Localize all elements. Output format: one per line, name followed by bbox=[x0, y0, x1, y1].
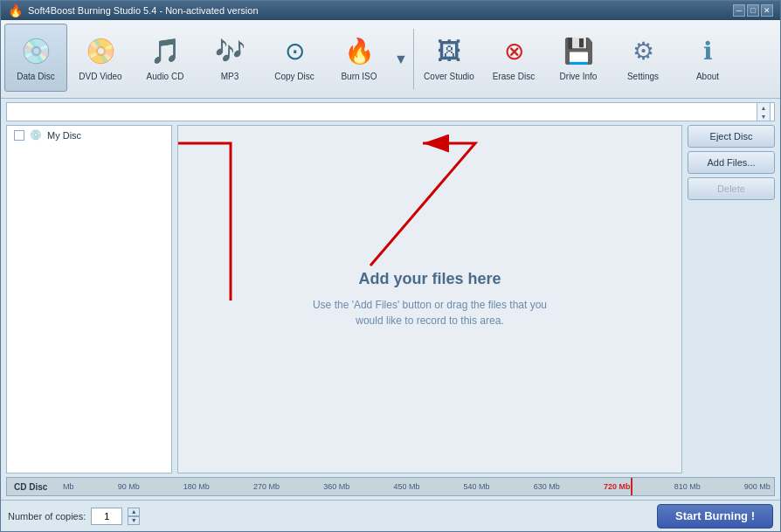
address-down-button[interactable]: ▼ bbox=[757, 112, 770, 121]
progress-red-line bbox=[631, 478, 632, 495]
title-bar-controls: ─ □ ✕ bbox=[733, 4, 773, 17]
toolbar-separator bbox=[413, 29, 414, 89]
cover-studio-icon: 🖼 bbox=[432, 33, 467, 68]
main-window: 🔥 Soft4Boost Burning Studio 5.4 - Non-ac… bbox=[0, 0, 781, 532]
marker-6: 540 Mb bbox=[464, 482, 490, 491]
toolbar-btn-audio-cd[interactable]: 🎵 Audio CD bbox=[134, 24, 197, 92]
right-panel: Eject Disc Add Files... Delete bbox=[688, 125, 775, 473]
toolbar-btn-mp3[interactable]: 🎶 MP3 bbox=[198, 24, 261, 92]
marker-5: 450 Mb bbox=[393, 482, 419, 491]
file-tree: 💿 My Disc bbox=[6, 125, 172, 473]
marker-7: 630 Mb bbox=[534, 482, 560, 491]
marker-0: Mb bbox=[63, 482, 74, 491]
bottom-bar: Number of copies: ▲ ▼ Start Burning ! bbox=[1, 500, 780, 531]
drive-info-label: Drive Info bbox=[560, 72, 598, 82]
audio-cd-label: Audio CD bbox=[147, 72, 184, 82]
tree-checkbox[interactable] bbox=[14, 130, 24, 141]
toolbar-btn-data-disc[interactable]: 💿 Data Disc bbox=[4, 24, 67, 92]
address-up-button[interactable]: ▲ bbox=[757, 103, 770, 112]
toolbar-btn-cover-studio[interactable]: 🖼 Cover Studio bbox=[418, 24, 480, 92]
tree-item-label: My Disc bbox=[47, 130, 81, 141]
settings-label: Settings bbox=[627, 72, 659, 82]
close-button[interactable]: ✕ bbox=[761, 4, 773, 17]
marker-1: 90 Mb bbox=[118, 482, 140, 491]
minimize-button[interactable]: ─ bbox=[733, 4, 745, 17]
copies-up-button[interactable]: ▲ bbox=[128, 508, 140, 516]
add-files-hint: Use the 'Add Files' button or drag the f… bbox=[299, 297, 561, 328]
toolbar-btn-copy-disc[interactable]: ⊙ Copy Disc bbox=[263, 24, 326, 92]
copies-section: Number of copies: ▲ ▼ bbox=[8, 508, 140, 525]
toolbar-btn-about[interactable]: ℹ About bbox=[676, 24, 739, 92]
copies-spinner: ▲ ▼ bbox=[128, 508, 140, 525]
marker-10: 900 Mb bbox=[744, 482, 771, 491]
about-label: About bbox=[696, 72, 719, 82]
mp3-icon: 🎶 bbox=[212, 33, 247, 68]
address-bar: ▲ ▼ bbox=[6, 102, 775, 121]
data-disc-label: Data Disc bbox=[17, 72, 54, 82]
add-files-heading: Add your files here bbox=[358, 270, 501, 288]
erase-disc-icon: ⊗ bbox=[496, 33, 531, 68]
start-burning-button[interactable]: Start Burning ! bbox=[657, 504, 773, 529]
address-spinner: ▲ ▼ bbox=[757, 102, 771, 121]
add-files-button[interactable]: Add Files... bbox=[688, 151, 775, 174]
toolbar-btn-dvd-video[interactable]: 📀 DVD Video bbox=[69, 24, 132, 92]
toolbar-btn-burn-iso[interactable]: 🔥 Burn ISO bbox=[328, 24, 390, 92]
toolbar-more-button[interactable]: ▼ bbox=[392, 24, 410, 94]
maximize-button[interactable]: □ bbox=[747, 4, 759, 17]
burn-iso-label: Burn ISO bbox=[341, 72, 377, 82]
tree-disc-icon: 💿 bbox=[30, 129, 42, 141]
marker-3: 270 Mb bbox=[253, 482, 280, 491]
content-area[interactable]: Add your files here Use the 'Add Files' … bbox=[177, 125, 682, 473]
data-disc-icon: 💿 bbox=[18, 33, 53, 68]
toolbar: 💿 Data Disc 📀 DVD Video 🎵 Audio CD 🎶 MP3… bbox=[1, 20, 780, 99]
tree-item-my-disc[interactable]: 💿 My Disc bbox=[7, 126, 171, 144]
copies-input[interactable] bbox=[91, 508, 122, 525]
app-icon: 🔥 bbox=[8, 3, 23, 17]
burn-iso-icon: 🔥 bbox=[342, 33, 377, 68]
title-bar: 🔥 Soft4Boost Burning Studio 5.4 - Non-ac… bbox=[1, 1, 780, 20]
progress-markers: Mb 90 Mb 180 Mb 270 Mb 360 Mb 450 Mb 540… bbox=[59, 482, 774, 491]
dvd-video-icon: 📀 bbox=[83, 33, 118, 68]
toolbar-btn-settings[interactable]: ⚙ Settings bbox=[612, 24, 674, 92]
cover-studio-label: Cover Studio bbox=[424, 72, 474, 82]
copies-down-button[interactable]: ▼ bbox=[128, 516, 140, 525]
marker-2: 180 Mb bbox=[183, 482, 210, 491]
address-input[interactable] bbox=[10, 107, 757, 117]
copies-label: Number of copies: bbox=[8, 511, 86, 522]
audio-cd-icon: 🎵 bbox=[148, 33, 183, 68]
marker-4: 360 Mb bbox=[323, 482, 349, 491]
mp3-label: MP3 bbox=[221, 72, 239, 82]
erase-disc-label: Erase Disc bbox=[493, 72, 535, 82]
delete-button[interactable]: Delete bbox=[688, 177, 775, 200]
eject-disc-button[interactable]: Eject Disc bbox=[688, 125, 775, 148]
drive-info-icon: 💾 bbox=[561, 33, 596, 68]
progress-bar-area: CD Disc Mb 90 Mb 180 Mb 270 Mb 360 Mb 45… bbox=[6, 477, 775, 496]
progress-bar-inner: Mb 90 Mb 180 Mb 270 Mb 360 Mb 450 Mb 540… bbox=[59, 478, 774, 495]
window-title: Soft4Boost Burning Studio 5.4 - Non-acti… bbox=[28, 5, 259, 16]
marker-9: 810 Mb bbox=[674, 482, 701, 491]
about-icon: ℹ bbox=[690, 33, 725, 68]
settings-icon: ⚙ bbox=[625, 33, 660, 68]
progress-label: CD Disc bbox=[7, 482, 59, 492]
toolbar-btn-drive-info[interactable]: 💾 Drive Info bbox=[547, 24, 610, 92]
main-area: 💿 My Disc Add your files here Use the 'A… bbox=[6, 125, 775, 473]
copy-disc-icon: ⊙ bbox=[277, 33, 312, 68]
marker-8: 720 Mb bbox=[604, 482, 631, 491]
dvd-video-label: DVD Video bbox=[79, 72, 121, 82]
copy-disc-label: Copy Disc bbox=[274, 72, 314, 82]
toolbar-btn-erase-disc[interactable]: ⊗ Erase Disc bbox=[482, 24, 545, 92]
title-bar-left: 🔥 Soft4Boost Burning Studio 5.4 - Non-ac… bbox=[8, 3, 259, 17]
